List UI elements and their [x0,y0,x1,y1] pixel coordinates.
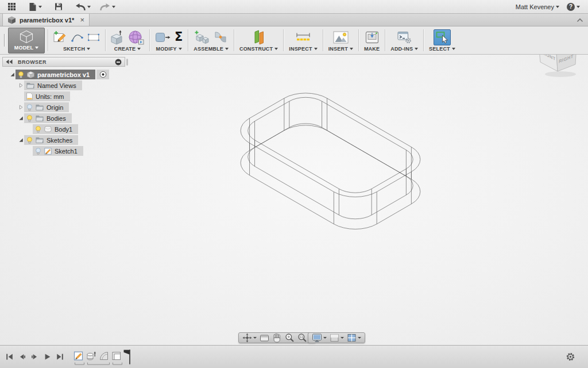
activate-component-radio[interactable] [96,70,109,79]
collapse-browser-icon[interactable] [6,59,13,64]
tab-close-icon[interactable]: × [80,16,84,24]
chevron-down-icon [452,48,455,50]
addins-script-button[interactable] [397,31,412,44]
undo-button[interactable] [73,1,93,13]
document-tab[interactable]: parametricbox v1* × [2,14,90,26]
toolbar-group-make[interactable]: MAKE [359,26,385,54]
view-cube[interactable]: TOP FRONT RIGHT [532,55,585,81]
exp-closed-icon[interactable] [18,83,24,88]
make-printer-button[interactable] [365,31,379,44]
exp-closed-icon[interactable] [18,105,24,110]
toolbar-group-construct[interactable]: CONSTRUCT [234,26,283,54]
extrude-button[interactable] [111,30,125,45]
browser-item-chip[interactable]: Units: mm [24,91,70,101]
exp-open-icon[interactable] [18,137,24,143]
browser-item-sketch1[interactable]: Sketch1 [2,146,125,156]
measure-button[interactable] [296,32,311,43]
toolbar-group-label: ASSEMBLE [194,46,223,52]
browser-item-chip[interactable]: Bodies [24,113,72,123]
form-sphere-button[interactable] [129,30,144,45]
save-button[interactable] [52,1,65,13]
step-back-button[interactable] [18,353,26,361]
browser-item-body1[interactable]: Body1 [2,124,125,134]
model-cube-icon [18,30,35,44]
toolbar-group-select[interactable]: SELECT [424,26,461,54]
bulb-on-icon[interactable] [26,137,33,144]
parameters-icon[interactable]: Σ [175,31,183,43]
component-icon [27,71,34,78]
select-button[interactable] [434,29,451,45]
redo-button[interactable] [98,1,118,13]
toolbar-group-assemble[interactable]: ASSEMBLE [188,26,234,54]
preferences-gear-icon[interactable] [566,352,575,362]
toolbar-group-insert[interactable]: INSERT [323,26,358,54]
body-icon [44,126,52,132]
chevron-down-icon [314,48,318,50]
toolbar-group-create[interactable]: CREATE [106,26,149,54]
bulb-off-icon[interactable] [35,148,41,155]
timeline-feature-shell[interactable] [111,351,122,361]
toolbar-group-sketch[interactable]: SKETCH [48,26,105,54]
toolbar-group-add-ins[interactable]: ADD-INS [385,26,423,54]
modeling-canvas[interactable]: TOP FRONT RIGHT BROWSER parametricbox v1… [0,55,588,345]
browser-item-named-views[interactable]: Named Views [2,80,125,90]
new-component-button[interactable] [195,30,210,44]
exp-open-icon[interactable] [10,72,15,77]
display-settings-button[interactable] [311,333,327,343]
browser-header[interactable]: BROWSER [2,57,125,67]
browser-item-parametricbox-v1[interactable]: parametricbox v1 [2,70,125,79]
browser-item-chip[interactable]: Origin [24,102,69,112]
browser-minimize-icon[interactable] [115,59,122,66]
browser-item-chip[interactable]: Sketch1 [33,146,83,156]
play-button[interactable] [44,353,51,361]
grid-settings-button[interactable] [329,333,345,343]
bulb-on-icon[interactable] [35,126,41,133]
browser-item-chip[interactable]: Named Views [24,80,82,90]
toolbar-group-inspect[interactable]: INSPECT [284,26,322,54]
wireframe-box-edges[interactable] [241,93,420,229]
spline-button[interactable] [71,32,83,43]
timeline-feature-sketch[interactable] [74,351,84,361]
collapse-toolbar-chevron-icon[interactable] [577,18,583,22]
rectangle-button[interactable] [87,33,100,42]
exp-open-icon[interactable] [18,116,24,121]
bulb-on-icon[interactable] [18,71,24,78]
zoom-button[interactable] [284,333,295,343]
press-pull-button[interactable] [155,30,171,44]
go-to-end-button[interactable] [56,353,64,361]
pan-button[interactable] [272,333,283,343]
browser-item-origin[interactable]: Origin [2,102,125,112]
browser-item-bodies[interactable]: Bodies [2,113,125,123]
bulb-off-icon[interactable] [26,104,33,111]
timeline-feature-fillet[interactable] [99,351,109,361]
browser-item-label: Named Views [37,82,76,89]
user-name-label: Matt Keveney [516,3,554,10]
timeline-feature-extrude[interactable] [86,351,96,361]
orbit-button[interactable] [242,333,257,343]
go-to-start-button[interactable] [6,353,13,361]
browser-item-chip[interactable]: Body1 [33,124,78,134]
browser-item-chip[interactable]: parametricbox v1 [16,70,95,79]
sketch-create-button[interactable] [53,31,67,43]
user-account-menu[interactable]: Matt Keveney [513,1,562,13]
save-icon [55,2,63,11]
browser-item-chip[interactable]: Sketches [24,135,78,145]
workspace-selector-button[interactable]: MODEL [8,28,45,53]
help-menu-button[interactable]: ? [564,1,582,13]
toolbar-group-label: SKETCH [63,46,85,52]
browser-item-sketches[interactable]: Sketches [2,135,125,145]
tl-shell-icon [111,351,122,361]
toolbar-group-modify[interactable]: ΣMODIFY [150,26,188,54]
construct-planes-button[interactable] [253,30,265,45]
viewports-button[interactable] [346,333,362,343]
look-at-button[interactable] [259,334,270,343]
browser-item-units-mm[interactable]: Units: mm [2,91,125,101]
toolbar-grip-handle[interactable] [4,34,5,47]
joint-button[interactable] [214,30,227,44]
file-menu-button[interactable] [26,1,44,13]
step-forward-button[interactable] [31,353,38,361]
browser-scrollbar-thumb[interactable] [126,59,128,66]
app-launcher-button[interactable] [6,1,18,13]
bulb-on-icon[interactable] [26,115,33,122]
insert-image-button[interactable] [333,31,349,44]
